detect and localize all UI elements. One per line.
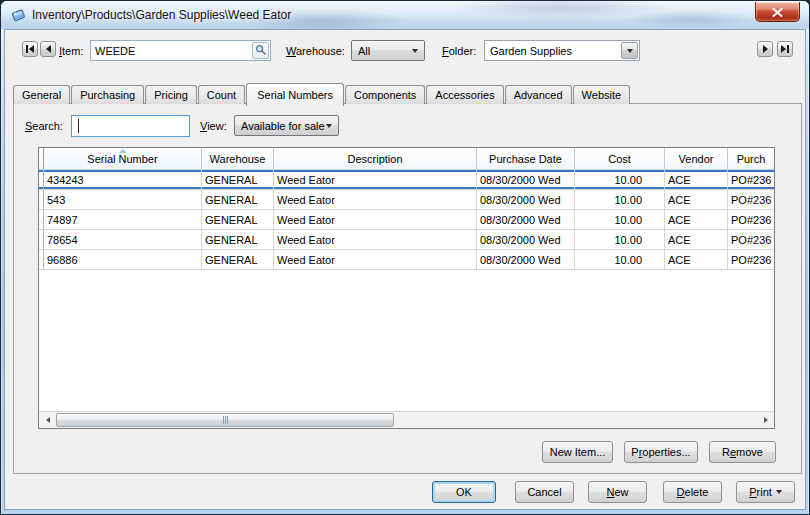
next-record-button[interactable] — [757, 41, 773, 57]
chevron-down-icon — [412, 49, 418, 53]
client-area: Item: Warehouse: All Folder: Garden Supp… — [4, 29, 806, 510]
horizontal-scrollbar[interactable] — [39, 411, 774, 428]
warehouse-select[interactable]: All — [351, 40, 425, 61]
tab-pricing[interactable]: Pricing — [145, 85, 197, 104]
table-header-row: Serial Number Warehouse Description Purc… — [39, 148, 774, 170]
search-icon — [255, 42, 267, 60]
window-title: Inventory\Products\Garden Supplies\Weed … — [32, 8, 291, 22]
cell-purchase-order: PO#236 — [728, 250, 774, 269]
item-input[interactable] — [91, 42, 252, 59]
cell-cost: 10.00 — [575, 230, 665, 249]
tab-general[interactable]: General — [13, 85, 70, 104]
serial-numbers-table: Serial Number Warehouse Description Purc… — [38, 147, 775, 429]
cell-vendor: ACE — [665, 190, 728, 209]
dialog-window: Inventory\Products\Garden Supplies\Weed … — [0, 0, 810, 515]
chevron-down-icon — [326, 124, 332, 128]
col-header-vendor[interactable]: Vendor — [665, 148, 728, 169]
col-header-cost[interactable]: Cost — [575, 148, 665, 169]
tab-serial-numbers[interactable]: Serial Numbers — [246, 83, 344, 106]
cell-description: Weed Eator — [274, 210, 477, 229]
table-row[interactable]: 96886 GENERAL Weed Eator 08/30/2000 Wed … — [39, 250, 774, 270]
cell-cost: 10.00 — [575, 250, 665, 269]
item-label: Item: — [59, 45, 83, 57]
cell-warehouse: GENERAL — [202, 230, 274, 249]
previous-record-button[interactable] — [40, 41, 56, 57]
col-header-purchase-date[interactable]: Purchase Date — [477, 148, 575, 169]
cell-vendor: ACE — [665, 250, 728, 269]
cell-purchase-date: 08/30/2000 Wed — [477, 210, 575, 229]
previous-record-icon — [46, 45, 51, 53]
close-button[interactable] — [755, 2, 800, 22]
remove-button[interactable]: Remove — [709, 441, 776, 463]
close-icon — [772, 3, 783, 21]
cell-vendor: ACE — [665, 170, 728, 189]
tab-advanced[interactable]: Advanced — [505, 85, 572, 104]
cell-serial: 96886 — [44, 250, 202, 269]
scroll-right-button[interactable] — [757, 412, 774, 428]
tab-accessories[interactable]: Accessories — [426, 85, 503, 104]
tab-purchasing[interactable]: Purchasing — [71, 85, 144, 104]
chevron-down-icon — [627, 49, 633, 53]
tab-components[interactable]: Components — [345, 85, 425, 104]
view-selected-value: Available for sale — [241, 120, 325, 132]
cell-purchase-order: PO#236 — [728, 190, 774, 209]
cell-purchase-order: PO#236 — [728, 170, 774, 189]
folder-select[interactable]: Garden Supplies — [484, 40, 640, 61]
cell-cost: 10.00 — [575, 170, 665, 189]
warehouse-selected-value: All — [358, 45, 370, 57]
scroll-left-icon — [46, 417, 50, 423]
cell-purchase-date: 08/30/2000 Wed — [477, 190, 575, 209]
cell-warehouse: GENERAL — [202, 170, 274, 189]
view-select[interactable]: Available for sale — [234, 115, 339, 136]
scroll-left-button[interactable] — [39, 412, 56, 428]
table-row[interactable]: 434243 GENERAL Weed Eator 08/30/2000 Wed… — [39, 170, 774, 190]
scrollbar-thumb[interactable] — [56, 413, 394, 427]
cell-serial: 74897 — [44, 210, 202, 229]
ok-button[interactable]: OK — [432, 481, 496, 503]
cell-warehouse: GENERAL — [202, 190, 274, 209]
cell-description: Weed Eator — [274, 230, 477, 249]
table-row[interactable]: 543 GENERAL Weed Eator 08/30/2000 Wed 10… — [39, 190, 774, 210]
col-header-description[interactable]: Description — [274, 148, 477, 169]
cancel-button[interactable]: Cancel — [515, 481, 574, 503]
search-label: Search: — [25, 120, 63, 132]
new-button[interactable]: New — [588, 481, 647, 503]
cell-warehouse: GENERAL — [202, 250, 274, 269]
scroll-right-icon — [764, 417, 768, 423]
cell-serial: 434243 — [44, 170, 202, 189]
item-lookup-button[interactable] — [252, 42, 269, 59]
col-header-serial-number[interactable]: Serial Number — [44, 148, 202, 169]
cell-purchase-date: 08/30/2000 Wed — [477, 250, 575, 269]
first-record-button[interactable] — [22, 41, 38, 57]
titlebar: Inventory\Products\Garden Supplies\Weed … — [1, 1, 809, 29]
col-header-purchase-order[interactable]: Purch — [728, 148, 774, 169]
view-label: View: — [200, 120, 227, 132]
tab-count[interactable]: Count — [198, 85, 245, 104]
cell-cost: 10.00 — [575, 190, 665, 209]
properties-button[interactable]: Properties... — [624, 441, 698, 463]
app-icon — [10, 7, 26, 23]
col-header-warehouse[interactable]: Warehouse — [202, 148, 274, 169]
last-record-button[interactable] — [777, 41, 793, 57]
cell-purchase-date: 08/30/2000 Wed — [477, 170, 575, 189]
cell-description: Weed Eator — [274, 170, 477, 189]
next-record-icon — [763, 45, 768, 53]
cell-serial: 78654 — [44, 230, 202, 249]
serial-numbers-panel: Search: View: Available for sale Serial … — [13, 103, 802, 474]
cell-cost: 10.00 — [575, 210, 665, 229]
folder-selected-value: Garden Supplies — [490, 45, 572, 57]
delete-button[interactable]: Delete — [663, 481, 722, 503]
table-row[interactable]: 74897 GENERAL Weed Eator 08/30/2000 Wed … — [39, 210, 774, 230]
tab-website[interactable]: Website — [573, 85, 631, 104]
table-row[interactable]: 78654 GENERAL Weed Eator 08/30/2000 Wed … — [39, 230, 774, 250]
cell-purchase-order: PO#236 — [728, 230, 774, 249]
new-item-button[interactable]: New Item... — [542, 441, 613, 463]
cell-purchase-order: PO#236 — [728, 210, 774, 229]
cell-vendor: ACE — [665, 210, 728, 229]
folder-dropdown-button[interactable] — [621, 42, 638, 59]
print-button[interactable]: Print — [736, 481, 795, 503]
warehouse-label: Warehouse: — [286, 45, 345, 57]
cell-serial: 543 — [44, 190, 202, 209]
search-input[interactable] — [71, 115, 190, 137]
chevron-down-icon — [776, 490, 782, 494]
